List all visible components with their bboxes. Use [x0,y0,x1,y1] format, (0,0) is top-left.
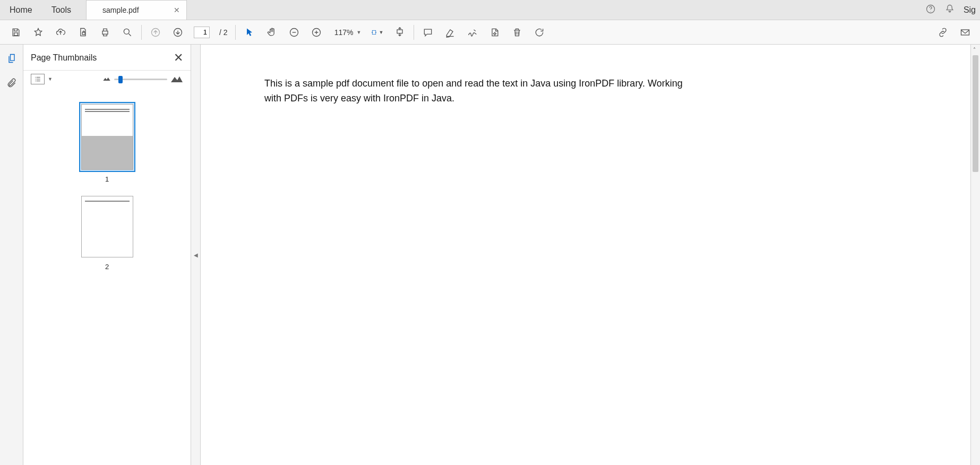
lock-page-icon[interactable] [76,25,89,40]
tab-document[interactable]: sample.pdf ✕ [86,0,187,20]
vertical-scrollbar[interactable]: ˄ [970,45,980,465]
thumbnails-title: Page Thumbnails [31,53,97,63]
svg-point-5 [124,29,129,34]
tab-tools[interactable]: Tools [42,0,81,20]
delete-icon[interactable] [511,25,523,40]
chevron-down-icon: ▼ [48,76,53,82]
hand-tool-icon[interactable] [265,25,278,40]
thumbnail-page-2[interactable]: 2 [79,194,135,271]
link-share-icon[interactable] [936,25,949,40]
close-thumbnails-button[interactable]: ✕ [174,51,183,65]
document-body-text: This is a sample pdf document file to op… [264,76,700,106]
stamp-icon[interactable] [488,25,501,40]
thumb-large-icon[interactable] [170,74,183,84]
thumbnails-tools: ▼ [23,71,191,91]
thumbnail-page-number: 2 [105,263,109,271]
scroll-up-icon[interactable]: ˄ [973,47,976,53]
zoom-in-icon[interactable] [310,25,323,40]
sign-in-label[interactable]: Sig [964,5,976,15]
thumbnails-panel: Page Thumbnails ✕ ▼ 1 2 [23,45,191,465]
email-icon[interactable] [959,25,972,40]
svg-rect-10 [372,30,375,34]
content-area: Page Thumbnails ✕ ▼ 1 2 [0,45,980,465]
search-icon[interactable] [121,25,134,40]
svg-rect-4 [102,31,108,34]
sign-icon[interactable] [466,25,479,40]
page-up-icon[interactable] [149,25,162,40]
page-number-input[interactable] [194,27,210,38]
thumbnails-tab-button[interactable] [5,52,18,65]
svg-rect-11 [397,30,402,33]
svg-point-12 [494,32,495,34]
svg-rect-2 [14,32,18,35]
chevron-left-icon: ◀ [194,252,198,258]
main-toolbar: / 2 117% ▼ ▼ [0,20,980,45]
bell-icon[interactable] [944,4,955,16]
page-total-label: / 2 [219,28,228,37]
help-icon[interactable] [925,4,936,16]
chevron-down-icon: ▼ [357,30,362,35]
zoom-value: 117% [332,28,354,37]
document-viewport[interactable]: This is a sample pdf document file to op… [201,45,970,465]
highlight-icon[interactable] [444,25,457,40]
page-down-icon[interactable] [171,25,184,40]
fit-width-icon[interactable]: ▼ [371,25,384,40]
star-icon[interactable] [32,25,45,40]
document-page: This is a sample pdf document file to op… [201,45,763,138]
rotate-icon[interactable] [533,25,546,40]
scrollbar-thumb[interactable] [973,55,978,172]
thumbnail-options-button[interactable] [31,74,45,84]
tabbar-right: Sig [925,0,980,20]
zoom-out-icon[interactable] [288,25,300,40]
select-tool-icon[interactable] [243,25,256,40]
save-icon[interactable] [10,25,22,40]
print-icon[interactable] [99,25,111,40]
attachments-tab-button[interactable] [5,76,18,89]
thumbnail-page-number: 1 [105,175,109,183]
tabbar: Home Tools sample.pdf ✕ Sig [0,0,980,20]
scroll-mode-icon[interactable] [393,25,406,40]
cloud-upload-icon[interactable] [54,25,67,40]
close-tab-button[interactable]: ✕ [174,6,180,14]
tab-home[interactable]: Home [0,0,42,20]
thumbnail-page-1[interactable]: 1 [79,102,135,183]
svg-rect-3 [82,32,85,35]
svg-rect-13 [961,30,969,35]
thumb-small-icon[interactable] [102,75,111,83]
left-rail [0,45,23,465]
comment-icon[interactable] [422,25,434,40]
thumbnails-list: 1 2 [23,91,191,465]
tab-document-label: sample.pdf [102,6,139,14]
zoom-dropdown[interactable]: 117% ▼ [332,28,362,37]
svg-point-1 [930,11,931,12]
thumbnail-size-slider[interactable] [114,79,167,80]
panel-collapse-handle[interactable]: ◀ [191,45,201,465]
